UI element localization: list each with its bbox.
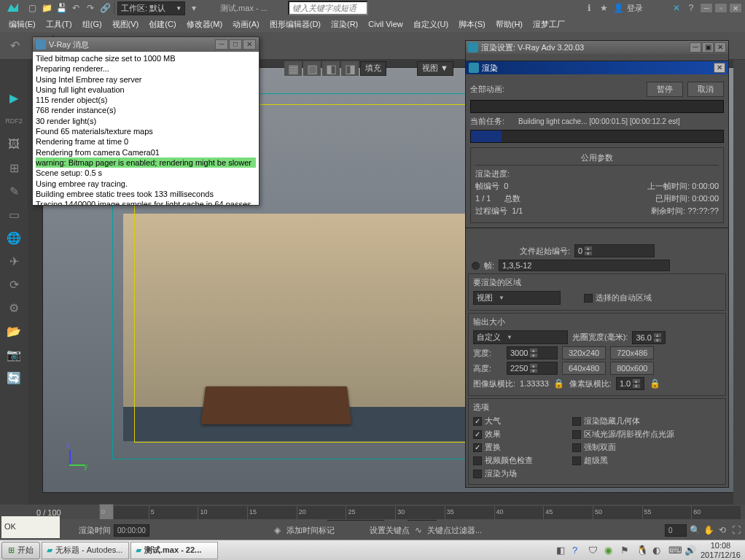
menu-edit[interactable]: 编辑(E) [4, 17, 40, 32]
menu-fantasy[interactable]: 渲梦工厂 [528, 17, 569, 32]
minimize-button[interactable]: ─ [700, 3, 713, 13]
timeline-track[interactable]: 051015202530354045505560 [99, 506, 741, 519]
undo-tool-icon[interactable]: ↶ [3, 34, 26, 58]
qq-icon[interactable]: 🐧 [636, 545, 648, 556]
menu-tools[interactable]: 工具(T) [42, 17, 77, 32]
volume-icon[interactable]: 🔊 [684, 545, 696, 556]
setkey-button[interactable]: 设置关键点 [370, 525, 410, 536]
height-spinner[interactable]: 2250▴▾ [507, 362, 558, 375]
workspace-dropdown[interactable]: 工作区: 默认 ▼ [117, 1, 185, 15]
frames-input[interactable] [499, 260, 670, 271]
folder-icon[interactable]: 📂 [5, 322, 23, 340]
flag-icon[interactable]: ⚑ [620, 545, 632, 556]
opt-displace[interactable]: 置换 [473, 442, 568, 453]
preset-800x600[interactable]: 800x600 [610, 362, 654, 375]
maximize-button[interactable]: ▫ [714, 3, 728, 13]
menu-maxscript[interactable]: 脚本(S) [454, 17, 490, 32]
star-icon[interactable]: ★ [598, 2, 609, 14]
taskbar-item-2[interactable]: ▰ 测试.max - 22... [130, 542, 218, 559]
close-button[interactable]: ✕ [243, 39, 256, 50]
globe-icon[interactable]: 🌐 [5, 229, 23, 246]
close-button[interactable]: ✕ [729, 3, 742, 13]
camera-icon[interactable]: 📷 [5, 346, 23, 363]
opt-atmosphere[interactable]: 大气 [473, 416, 568, 427]
render-progress-titlebar[interactable]: 渲染 ✕ [466, 61, 728, 74]
edit-icon[interactable]: ✎ [5, 182, 23, 200]
menu-animation[interactable]: 动画(A) [228, 17, 264, 32]
aperture-spinner[interactable]: 36.0▴▾ [632, 331, 665, 344]
zoom-icon[interactable]: 🔍 [689, 524, 701, 536]
start-button[interactable]: ⊞ 开始 [1, 542, 40, 559]
close-button[interactable]: ✕ [714, 42, 726, 52]
login-label[interactable]: 登录 [627, 3, 643, 14]
frames-radio[interactable] [472, 262, 480, 270]
image-icon[interactable]: 🖼 [5, 136, 23, 153]
menu-modifiers[interactable]: 修改器(M) [182, 17, 227, 32]
vp-icon2[interactable]: ▨ [303, 61, 321, 76]
pan-icon[interactable]: ✋ [703, 524, 714, 536]
window-icon[interactable]: ▭ [5, 206, 23, 223]
sync-icon[interactable]: 🔄 [5, 369, 23, 386]
opt-arealight[interactable]: 区域光源/阴影视作点光源 [572, 429, 674, 440]
dropdown-icon[interactable]: ▾ [188, 2, 200, 14]
clock[interactable]: 10:08 2017/12/16 [701, 541, 741, 559]
vray-log[interactable]: Tiled bitmap cache size set to 1000 MBPr… [33, 52, 259, 205]
vp-icon[interactable]: ▦ [284, 61, 302, 76]
vp-icon3[interactable]: ◧ [322, 61, 340, 76]
preset-640x480[interactable]: 640x480 [562, 362, 606, 375]
close-button[interactable]: ✕ [714, 63, 725, 73]
vray-titlebar[interactable]: V-Ray 消息 ─ □ ✕ [33, 37, 259, 52]
filter-icon[interactable]: ∿ [413, 524, 424, 536]
menu-create[interactable]: 创建(C) [144, 17, 180, 32]
opt-effects[interactable]: 效果 [473, 429, 568, 440]
menu-grapheditors[interactable]: 图形编辑器(D) [265, 17, 325, 32]
rollup-button[interactable]: ▣ [702, 42, 714, 52]
shield-icon[interactable]: 🛡 [588, 545, 600, 556]
redo-icon[interactable]: ↷ [85, 2, 96, 14]
new-icon[interactable]: ▢ [26, 2, 38, 14]
x-icon[interactable]: ✕ [671, 2, 682, 14]
taskbar-item-1[interactable]: ▰ 无标题 - Autodes... [42, 542, 129, 559]
addtimemarker-label[interactable]: 添加时间标记 [286, 525, 335, 536]
plane-icon[interactable]: ✈ [5, 252, 23, 270]
pause-button[interactable]: 暂停 [647, 82, 683, 97]
opt-hidden[interactable]: 渲染隐藏几何体 [572, 416, 640, 427]
render-setup-titlebar[interactable]: 渲染设置: V-Ray Adv 3.20.03 ─ ▣ ✕ [466, 41, 728, 54]
maximize-button[interactable]: □ [229, 39, 242, 50]
opt-superblack[interactable]: 超级黑 [572, 455, 608, 466]
menu-civilview[interactable]: Civil View [364, 18, 407, 31]
lock-icon[interactable]: 🔒 [649, 378, 660, 389]
maximize-vp-icon[interactable]: ⛶ [730, 524, 742, 536]
tray-icon2[interactable]: ◐ [652, 545, 664, 556]
save-icon[interactable]: 💾 [55, 2, 67, 14]
orbit-icon[interactable]: ⟲ [717, 524, 728, 536]
opt-videocolor[interactable]: 视频颜色检查 [473, 455, 568, 466]
minimize-button[interactable]: ─ [690, 42, 701, 52]
auto-region-checkbox[interactable]: 选择的自动区域 [584, 292, 652, 303]
preset-720x486[interactable]: 720x486 [610, 346, 654, 359]
refresh-icon[interactable]: ⟳ [5, 276, 23, 293]
preset-320x240[interactable]: 320x240 [562, 346, 606, 359]
menu-help[interactable]: 帮助(H) [491, 17, 527, 32]
nvidia-icon[interactable]: ◉ [604, 545, 616, 556]
pixel-aspect-spinner[interactable]: 1.0▴▾ [616, 377, 644, 390]
cancel-button[interactable]: 取消 [687, 82, 724, 97]
lock-icon[interactable]: 🔒 [553, 378, 565, 389]
user-icon[interactable]: 👤 [612, 2, 624, 14]
vp-icon4[interactable]: ◨ [341, 61, 359, 76]
menu-views[interactable]: 视图(V) [108, 17, 144, 32]
minimize-button[interactable]: ─ [215, 39, 228, 50]
app-logo-icon[interactable] [3, 1, 23, 15]
search-input[interactable] [288, 1, 368, 15]
opt-force2side[interactable]: 强制双面 [572, 442, 616, 453]
custom-dropdown[interactable]: 自定义 [473, 330, 568, 344]
frame-input[interactable]: 0 [665, 524, 687, 537]
gear-icon[interactable]: ⚙ [5, 299, 23, 316]
menu-customize[interactable]: 自定义(U) [409, 17, 453, 32]
menu-rendering[interactable]: 渲染(R) [327, 17, 362, 32]
grid-icon[interactable]: ⊞ [5, 159, 23, 176]
file-start-num-spinner[interactable]: 0▴▾ [574, 244, 655, 257]
tray-icon[interactable]: ◧ [556, 545, 568, 556]
keyfilter-button[interactable]: 关键点过滤器... [427, 525, 482, 536]
link-icon[interactable]: 🔗 [99, 2, 111, 14]
